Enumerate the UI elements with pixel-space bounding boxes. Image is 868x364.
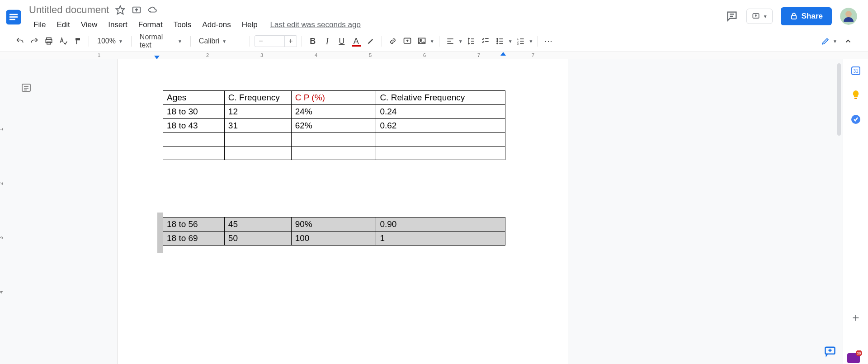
table-cell[interactable]: [224, 147, 291, 160]
table-row: 18 to 30 12 24% 0.24: [163, 105, 505, 119]
chevron-down-icon[interactable]: ▼: [508, 39, 513, 44]
table-cell[interactable]: [163, 147, 225, 160]
table-cell[interactable]: 18 to 69: [163, 232, 225, 246]
menu-file[interactable]: File: [29, 19, 50, 30]
align-button[interactable]: [444, 35, 457, 47]
undo-button[interactable]: [14, 35, 26, 47]
table-cell[interactable]: [291, 133, 376, 147]
table-cell[interactable]: 90%: [291, 217, 376, 232]
checklist-button[interactable]: [479, 35, 492, 47]
account-avatar[interactable]: [840, 8, 857, 25]
increase-font-button[interactable]: +: [285, 37, 297, 45]
hide-menus-button[interactable]: [842, 35, 854, 47]
selection-handle[interactable]: [157, 213, 163, 253]
menu-help[interactable]: Help: [237, 19, 262, 30]
table-cell[interactable]: [163, 133, 225, 147]
ruler-tick: 6: [423, 52, 426, 58]
calendar-side-icon[interactable]: 31: [850, 65, 861, 76]
table-header-cell[interactable]: Ages: [163, 91, 225, 105]
vertical-ruler[interactable]: 1 2 3 4: [0, 59, 9, 364]
text-color-button[interactable]: A: [350, 35, 363, 47]
chevron-down-icon[interactable]: ▼: [430, 39, 434, 44]
menu-insert[interactable]: Insert: [104, 19, 132, 30]
table-cell[interactable]: 18 to 56: [163, 217, 225, 232]
table-cell[interactable]: 0.62: [376, 119, 505, 133]
insert-link-button[interactable]: [387, 35, 399, 47]
keep-side-icon[interactable]: [850, 90, 861, 100]
table-row: [163, 147, 505, 160]
table-header-cell[interactable]: C. Relative Frequency: [376, 91, 505, 105]
underline-button[interactable]: U: [335, 35, 348, 47]
more-options-button[interactable]: ⋯: [542, 35, 555, 47]
svg-text:31: 31: [853, 69, 859, 74]
zoom-value: 100%: [97, 37, 116, 45]
cloud-status-icon[interactable]: [148, 5, 158, 15]
table-header-cell[interactable]: C. Frequency: [224, 91, 291, 105]
table-cell[interactable]: 62%: [291, 119, 376, 133]
paragraph-style-select[interactable]: Normal text▼: [136, 33, 186, 49]
chevron-down-icon: ▼: [833, 39, 837, 44]
table-cell[interactable]: 12: [224, 105, 291, 119]
font-size-input[interactable]: [267, 36, 285, 47]
add-comment-button[interactable]: [401, 35, 414, 47]
right-margin-marker[interactable]: [500, 52, 506, 56]
last-edit-link[interactable]: Last edit was seconds ago: [270, 20, 361, 29]
svg-text:39: 39: [857, 351, 861, 355]
present-button[interactable]: ▼: [746, 9, 773, 24]
paint-format-button[interactable]: [71, 35, 84, 47]
move-icon[interactable]: [132, 5, 142, 15]
chevron-down-icon[interactable]: ▼: [458, 39, 463, 44]
table-cell[interactable]: [224, 133, 291, 147]
docs-home-icon[interactable]: [4, 4, 24, 31]
menu-edit[interactable]: Edit: [52, 19, 74, 30]
bold-button[interactable]: B: [307, 35, 319, 47]
share-button[interactable]: Share: [781, 7, 832, 25]
menu-format[interactable]: Format: [134, 19, 167, 30]
add-comment-fab[interactable]: [824, 345, 836, 358]
document-outline-button[interactable]: [21, 82, 32, 93]
document-page[interactable]: Ages C. Frequency C P (%) C. Relative Fr…: [117, 59, 568, 364]
table-cell[interactable]: 1: [376, 232, 505, 246]
vertical-scrollbar[interactable]: [837, 63, 841, 136]
table-header-cell[interactable]: C P (%): [291, 91, 376, 105]
print-button[interactable]: [42, 35, 55, 47]
table-cell[interactable]: [376, 133, 505, 147]
decrease-font-button[interactable]: −: [255, 37, 267, 45]
frequency-table[interactable]: Ages C. Frequency C P (%) C. Relative Fr…: [163, 90, 505, 160]
chevron-down-icon[interactable]: ▼: [529, 39, 533, 44]
font-select[interactable]: Calibri▼: [195, 37, 245, 45]
menu-addons[interactable]: Add-ons: [198, 19, 235, 30]
table-cell[interactable]: 31: [224, 119, 291, 133]
editing-mode-button[interactable]: ▼: [821, 37, 837, 46]
insert-image-button[interactable]: [415, 35, 428, 47]
line-spacing-button[interactable]: [465, 35, 477, 47]
italic-button[interactable]: I: [321, 35, 334, 47]
table-cell[interactable]: 18 to 43: [163, 119, 225, 133]
table-cell[interactable]: 18 to 30: [163, 105, 225, 119]
zoom-select[interactable]: 100%▼: [94, 37, 127, 45]
table-cell[interactable]: 0.90: [376, 217, 505, 232]
menu-view[interactable]: View: [76, 19, 102, 30]
tasks-side-icon[interactable]: [850, 114, 861, 125]
highlight-color-button[interactable]: [364, 35, 377, 47]
document-title[interactable]: Untitled document: [29, 4, 109, 16]
numbered-list-button[interactable]: 123: [514, 35, 527, 47]
ruler-tick: 5: [369, 52, 372, 58]
menu-tools[interactable]: Tools: [169, 19, 196, 30]
add-side-panel-button[interactable]: [850, 312, 861, 323]
star-icon[interactable]: [115, 5, 125, 15]
explore-button[interactable]: 39: [847, 350, 863, 363]
table-cell[interactable]: 24%: [291, 105, 376, 119]
spellcheck-button[interactable]: [57, 35, 70, 47]
table-cell[interactable]: [291, 147, 376, 160]
table-cell[interactable]: 0.24: [376, 105, 505, 119]
ruler-tick: 4: [315, 52, 317, 58]
redo-button[interactable]: [28, 35, 41, 47]
table-cell[interactable]: [376, 147, 505, 160]
table-cell[interactable]: 100: [291, 232, 376, 246]
table-cell[interactable]: 45: [224, 217, 291, 232]
selected-table-fragment[interactable]: 18 to 56 45 90% 0.90 18 to 69 50 100 1: [163, 217, 523, 246]
bulleted-list-button[interactable]: [494, 35, 506, 47]
table-cell[interactable]: 50: [224, 232, 291, 246]
open-comments-icon[interactable]: [726, 10, 738, 23]
